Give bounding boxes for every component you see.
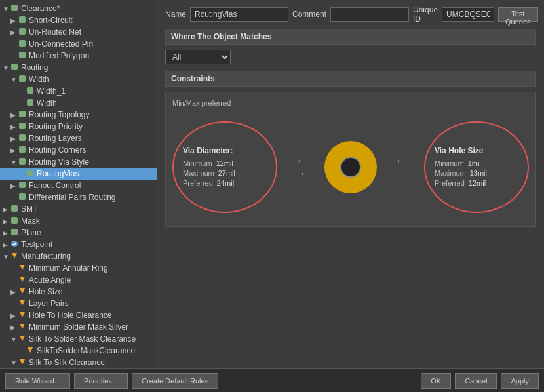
svg-rect-15 [19,182,26,188]
bottom-bar: Rule Wizard... Priorities... Create Defa… [0,368,544,392]
tree-item-routing-priority[interactable]: ▶Routing Priority [0,121,157,132]
ok-button[interactable]: OK [421,373,451,389]
tree-icon-un-connected-pin [18,39,29,49]
tree-icon-modified-polygon [18,51,29,60]
tree-icon-silk-to-solder [18,334,29,343]
priorities-button[interactable]: Priorities... [74,373,128,389]
tree-item-modified-polygon[interactable]: Modified Polygon [0,50,157,62]
tree-icon-routing-corners [18,146,29,155]
tree-item-manufacturing[interactable]: ▼Manufacturing [0,250,157,262]
svg-rect-5 [11,64,18,70]
tree-item-fanout-control[interactable]: ▶Fanout Control [0,180,157,191]
tree-arrow-routing-layers: ▶ [10,135,18,142]
via-hole-max-row: Maximum 13mil [435,169,518,177]
tree-item-silk-to-solder[interactable]: ▼Silk To Solder Mask Clearance [0,333,157,345]
tree-item-testpoint[interactable]: ▶Testpoint [0,239,157,250]
tree-item-routing-layers[interactable]: ▶Routing Layers [0,132,157,144]
tree-item-width-1[interactable]: Width_1 [0,85,157,97]
tree-item-differential-pairs[interactable]: Differential Pairs Routing [0,191,157,203]
svg-rect-17 [11,205,18,212]
tree-icon-manufacturing [10,252,21,261]
tree-label-short-circuit: Short-Circuit [29,16,154,25]
where-matches-row: All [165,50,536,64]
svg-rect-4 [19,52,26,58]
tree-item-routing[interactable]: ▼Routing [0,62,157,73]
tree-icon-fanout-control [18,181,29,190]
svg-rect-16 [19,193,26,200]
via-hole-max-label: Maximum [435,169,466,177]
tree-icon-width-1 [26,87,37,96]
tree-icon-testpoint [10,240,21,249]
svg-rect-1 [19,16,26,23]
tree-icon-width [18,75,29,84]
tree-item-un-connected-pin[interactable]: Un-Connected Pin [0,38,157,50]
tree-item-silk-to-solder-sub[interactable]: SilkToSolderMaskClearance [0,345,157,357]
arrows-center: ← → [296,155,305,179]
tree-item-min-solder-mask[interactable]: ▶Minimum Solder Mask Sliver [0,321,157,333]
tree-label-un-routed-net: Un-Routed Net [29,28,154,37]
tree-label-routing-via-style: Routing Via Style [29,157,154,167]
tree-icon-routing-topology [18,110,29,119]
tree-arrow-fanout-control: ▶ [10,182,18,189]
tree-icon-routing-via-style [18,157,29,167]
tree-icon-routing-layers [18,134,29,143]
tree-item-hole-to-hole[interactable]: ▶Hole To Hole Clearance [0,309,157,321]
tree-item-width-sub[interactable]: Width [0,97,157,109]
where-all-select[interactable]: All [165,50,231,64]
svg-rect-11 [19,134,26,141]
tree-item-width[interactable]: ▼Width [0,73,157,85]
tree-arrow-routing-corners: ▶ [10,147,18,154]
tree-arrow-plane: ▶ [3,229,10,237]
tree-item-un-routed-net[interactable]: ▶Un-Routed Net [0,26,157,38]
comment-input[interactable] [330,7,409,22]
tree-item-minimum-annular[interactable]: Minimum Annular Ring [0,262,157,274]
tree-label-hole-to-hole: Hole To Hole Clearance [29,311,154,320]
cancel-button[interactable]: Cancel [455,373,497,389]
tree-item-routing-corners[interactable]: ▶Routing Corners [0,144,157,156]
tree-label-minimum-annular: Minimum Annular Ring [29,264,154,273]
tree-item-routing-vias[interactable]: RoutingVias [0,168,157,180]
tree-icon-routing-priority [18,122,29,131]
apply-button[interactable]: Apply [501,373,539,389]
tree-icon-smt [10,205,21,214]
tree-icon-mask [10,216,21,225]
tree-item-layer-pairs[interactable]: Layer Pairs [0,298,157,309]
tree-item-routing-via-style[interactable]: ▼Routing Via Style [0,156,157,168]
tree-label-silk-to-silk: Silk To Silk Clearance [29,358,154,367]
tree-arrow-silk-to-solder: ▼ [10,336,18,343]
tree-label-plane: Plane [21,228,154,237]
via-inner-hole [340,157,361,178]
tree-label-un-connected-pin: Un-Connected Pin [29,39,154,49]
min-max-label: Min/Max preferred [172,99,529,107]
via-hole-min-row: Minimum 1mil [435,159,518,167]
via-diameter-min-value: 12mil [216,159,233,167]
tree-label-silk-to-solder: Silk To Solder Mask Clearance [29,334,154,343]
name-input[interactable] [190,7,288,22]
tree-item-smt[interactable]: ▶SMT [0,203,157,215]
tree-item-plane[interactable]: ▶Plane [0,227,157,239]
tree-icon-acute-angle [18,275,29,284]
svg-rect-12 [19,146,26,153]
tree-item-silk-to-silk[interactable]: ▼Silk To Silk Clearance [0,357,157,368]
via-hole-pref-row: Preferred 12mil [435,179,518,187]
tree-item-clearance[interactable]: ▼Clearance* [0,3,157,14]
tree-item-acute-angle[interactable]: Acute Angle [0,274,157,286]
create-default-rules-button[interactable]: Create Default Rules [132,373,218,389]
svg-rect-18 [11,217,18,224]
tree-item-hole-size[interactable]: ▶Hole Size [0,286,157,298]
rule-wizard-button[interactable]: Rule Wizard... [5,373,70,389]
svg-rect-2 [19,28,26,35]
test-queries-button[interactable]: Test Queries [498,7,538,22]
tree-icon-routing [10,63,21,72]
tree-icon-routing-vias [26,169,37,178]
svg-rect-9 [19,111,26,117]
via-diameter-box: Via Diameter: Minimum 12mil Maximum 27mi… [172,121,277,213]
tree-label-routing-vias: RoutingVias [37,169,154,178]
tree-label-acute-angle: Acute Angle [29,275,154,284]
uniqueid-input[interactable] [442,7,494,22]
svg-rect-19 [11,229,18,235]
tree-item-mask[interactable]: ▶Mask [0,215,157,227]
tree-item-routing-topology[interactable]: ▶Routing Topology [0,109,157,121]
tree-item-short-circuit[interactable]: ▶Short-Circuit [0,14,157,26]
uniqueid-label: Unique ID [413,5,438,24]
